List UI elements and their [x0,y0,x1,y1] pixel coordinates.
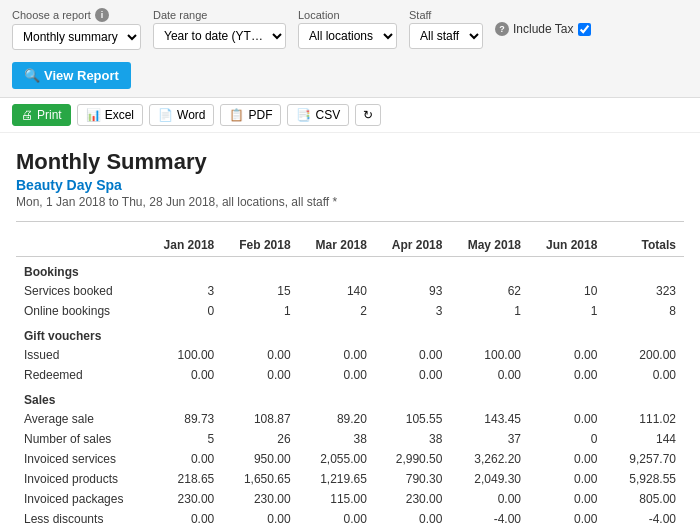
table-row: Invoiced services0.00950.002,055.002,990… [16,449,684,469]
table-row: Online bookings0123118 [16,301,684,321]
table-section-header: Gift vouchers [16,321,684,345]
toolbar: Choose a report i Monthly summary Date r… [0,0,700,98]
staff-select[interactable]: All staff [409,23,483,49]
table-row: Issued100.000.000.000.00100.000.00200.00 [16,345,684,365]
action-bar: 🖨 Print 📊 Excel 📄 Word 📋 PDF 📑 CSV ↻ [0,98,700,133]
word-icon: 📄 [158,108,173,122]
pdf-icon: 📋 [229,108,244,122]
report-subtitle: Beauty Day Spa [16,177,684,193]
include-tax-info-icon[interactable]: ? [495,22,509,36]
report-select[interactable]: Monthly summary [12,24,141,50]
col-header-jun: Jun 2018 [529,234,605,257]
staff-label: Staff [409,9,431,21]
col-header-apr: Apr 2018 [375,234,451,257]
include-tax-group: ? Include Tax [495,22,591,36]
table-header-row: Jan 2018 Feb 2018 Mar 2018 Apr 2018 May … [16,234,684,257]
word-button[interactable]: 📄 Word [149,104,214,126]
table-row: Invoiced packages230.00230.00115.00230.0… [16,489,684,509]
include-tax-checkbox[interactable] [578,23,591,36]
table-row: Average sale89.73108.8789.20105.55143.45… [16,409,684,429]
choose-report-group: Choose a report i Monthly summary [12,8,141,50]
include-tax-label: Include Tax [513,22,574,36]
search-icon: 🔍 [24,68,40,83]
col-header-totals: Totals [605,234,684,257]
excel-icon: 📊 [86,108,101,122]
excel-button[interactable]: 📊 Excel [77,104,143,126]
col-header-feb: Feb 2018 [222,234,298,257]
choose-report-label: Choose a report [12,9,91,21]
report-date-range: Mon, 1 Jan 2018 to Thu, 28 Jun 2018, all… [16,195,684,209]
col-header-mar: Mar 2018 [299,234,375,257]
date-range-label: Date range [153,9,207,21]
table-section-header: Sales [16,385,684,409]
report-title: Monthly Summary [16,149,684,175]
print-icon: 🖨 [21,108,33,122]
refresh-button[interactable]: ↻ [355,104,381,126]
staff-group: Staff All staff [409,9,483,49]
date-range-group: Date range Year to date (YT… [153,9,286,49]
col-header-jan: Jan 2018 [147,234,223,257]
report-table: Jan 2018 Feb 2018 Mar 2018 Apr 2018 May … [16,234,684,525]
date-range-select[interactable]: Year to date (YT… [153,23,286,49]
table-section-header: Bookings [16,257,684,282]
col-header-may: May 2018 [450,234,529,257]
table-row: Invoiced products218.651,650.651,219.657… [16,469,684,489]
csv-icon: 📑 [296,108,311,122]
location-label: Location [298,9,340,21]
location-group: Location All locations [298,9,397,49]
table-row: Less discounts0.000.000.000.00-4.000.00-… [16,509,684,525]
table-row: Services booked315140936210323 [16,281,684,301]
csv-button[interactable]: 📑 CSV [287,104,349,126]
info-icon[interactable]: i [95,8,109,22]
print-button[interactable]: 🖨 Print [12,104,71,126]
table-row: Number of sales5263838370144 [16,429,684,449]
view-report-button[interactable]: 🔍 View Report [12,62,131,89]
pdf-button[interactable]: 📋 PDF [220,104,281,126]
col-header-label [16,234,147,257]
report-content: Monthly Summary Beauty Day Spa Mon, 1 Ja… [0,133,700,525]
table-row: Redeemed0.000.000.000.000.000.000.00 [16,365,684,385]
location-select[interactable]: All locations [298,23,397,49]
divider [16,221,684,222]
